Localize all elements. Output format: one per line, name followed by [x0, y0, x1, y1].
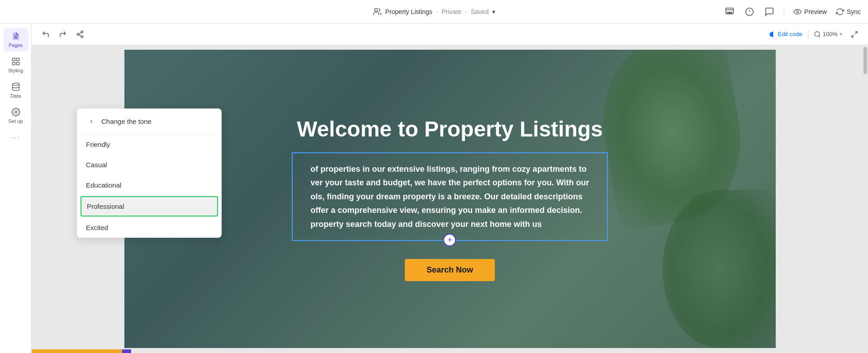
- doc-status2: Saved: [471, 8, 489, 15]
- title-separator: -: [436, 8, 438, 15]
- doc-status1: Private: [442, 8, 462, 15]
- tone-panel-header: ‹ Change the tone: [77, 108, 222, 134]
- main-canvas-area: Welcome to Property Listings of properti…: [32, 45, 868, 353]
- edit-code-button[interactable]: Edit code: [768, 31, 802, 38]
- bottom-hint-bar: [32, 349, 868, 353]
- tone-item-friendly[interactable]: Friendly: [77, 134, 222, 155]
- redo-button[interactable]: [56, 28, 70, 41]
- svg-line-24: [819, 36, 820, 37]
- svg-point-2: [727, 12, 729, 13]
- preview-button[interactable]: Preview: [793, 8, 827, 16]
- title-separator2: -: [465, 8, 467, 15]
- zoom-control[interactable]: 100% ▾: [814, 31, 843, 38]
- sidebar-styling-label: Styling: [8, 68, 23, 73]
- people-icon: [373, 7, 382, 16]
- top-bar-center: Property Listings - Private - Saved ▾: [373, 7, 496, 16]
- toolbar-right: Edit code 100% ▾: [768, 28, 861, 41]
- undo-button[interactable]: [39, 28, 52, 41]
- scrollbar-thumb[interactable]: [863, 47, 867, 74]
- svg-point-0: [375, 8, 378, 11]
- collaborate-icon[interactable]: [724, 6, 735, 17]
- hero-text-box[interactable]: of properties in our extensive listings,…: [292, 152, 608, 241]
- sidebar-more-button[interactable]: ···: [11, 133, 20, 142]
- top-bar-actions: Preview Sync: [724, 6, 861, 17]
- left-sidebar: Pages Styling Data Set up ···: [0, 24, 32, 353]
- tone-item-excited[interactable]: Excited: [77, 217, 222, 238]
- sidebar-item-styling[interactable]: Styling: [3, 53, 28, 77]
- doc-title: Property Listings: [385, 8, 432, 15]
- svg-point-23: [815, 32, 820, 37]
- svg-line-26: [852, 35, 854, 37]
- svg-point-16: [12, 83, 19, 85]
- tone-item-casual[interactable]: Casual: [77, 155, 222, 175]
- svg-point-17: [14, 111, 17, 113]
- svg-rect-12: [12, 58, 15, 61]
- hero-title: Welcome to Property Listings: [297, 117, 603, 141]
- tone-change-panel: ‹ Change the tone Friendly Casual Educat…: [77, 108, 222, 238]
- svg-point-3: [729, 12, 730, 13]
- add-element-button[interactable]: +: [443, 234, 456, 246]
- tone-item-educational[interactable]: Educational: [77, 175, 222, 195]
- sidebar-setup-label: Set up: [9, 118, 23, 124]
- chevron-icon[interactable]: ▾: [492, 8, 495, 15]
- svg-rect-13: [16, 58, 19, 61]
- svg-point-18: [81, 31, 83, 33]
- connect-button[interactable]: [73, 28, 87, 41]
- tone-back-button[interactable]: ‹: [86, 116, 97, 127]
- right-scrollbar[interactable]: [863, 45, 868, 353]
- editor-toolbar: Edit code 100% ▾: [32, 24, 868, 45]
- sidebar-data-label: Data: [10, 93, 21, 99]
- svg-point-19: [77, 33, 79, 35]
- fullscreen-button[interactable]: [848, 28, 861, 41]
- svg-line-22: [79, 32, 81, 33]
- sidebar-item-setup[interactable]: Set up: [3, 104, 28, 127]
- svg-rect-14: [12, 62, 15, 65]
- sidebar-item-pages[interactable]: Pages: [3, 28, 28, 52]
- hero-body-text: of properties in our extensive listings,…: [311, 162, 589, 231]
- svg-point-20: [81, 36, 83, 38]
- hero-section: Welcome to Property Listings of properti…: [124, 50, 776, 348]
- svg-line-25: [855, 32, 857, 34]
- info-icon[interactable]: [744, 6, 755, 17]
- sync-button[interactable]: Sync: [836, 8, 861, 16]
- toolbar-separator: [784, 6, 784, 17]
- svg-point-4: [730, 12, 732, 13]
- sidebar-item-data[interactable]: Data: [3, 79, 28, 102]
- bg-leaf-2: [663, 190, 776, 348]
- chat-icon[interactable]: [764, 6, 775, 17]
- sidebar-pages-label: Pages: [9, 42, 23, 48]
- svg-line-21: [79, 35, 81, 36]
- svg-point-8: [797, 10, 799, 13]
- tone-panel-title: Change the tone: [101, 118, 152, 125]
- search-now-button[interactable]: Search Now: [405, 259, 495, 281]
- preview-frame: Welcome to Property Listings of properti…: [124, 50, 776, 348]
- toolbar-divider: [808, 30, 808, 39]
- tone-item-professional[interactable]: Professional: [81, 196, 218, 217]
- svg-rect-15: [16, 62, 19, 65]
- top-bar: Property Listings - Private - Saved ▾ Pr…: [0, 0, 868, 24]
